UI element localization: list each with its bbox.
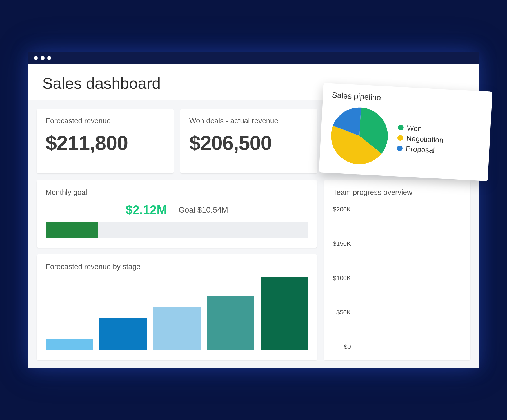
legend-label: Won [407, 124, 422, 133]
window-control-dot[interactable] [47, 56, 51, 60]
chart-y-axis: $200K$150K$100K$50K$0 [333, 206, 351, 352]
app-window: Sales dashboard Forecasted revenue $211,… [28, 52, 479, 368]
y-tick-label: $50K [333, 309, 351, 316]
goal-summary: $2.12M Goal $10.54M [46, 203, 308, 217]
window-control-dot[interactable] [41, 56, 45, 60]
legend-item: Negotiation [397, 133, 444, 145]
card-label: Won deals - actual revenue [189, 117, 308, 125]
divider [173, 204, 173, 216]
legend-color-dot [397, 145, 403, 151]
legend-item: Proposal [397, 144, 443, 155]
pipeline-pie-chart [328, 105, 391, 167]
y-tick-label: $200K [333, 206, 351, 213]
monthly-goal-card[interactable]: Monthly goal $2.12M Goal $10.54M [37, 180, 317, 248]
sales-pipeline-floating-card[interactable]: Sales pipeline WonNegotiationProposal [319, 83, 492, 181]
stage-bars [46, 277, 308, 350]
legend-color-dot [398, 125, 404, 131]
card-label: Forecasted revenue by stage [46, 262, 308, 271]
won-deals-card[interactable]: Won deals - actual revenue $206,500 [180, 109, 317, 173]
won-deals-value: $206,500 [189, 131, 308, 155]
card-label: Forecasted revenue [46, 117, 164, 125]
y-tick-label: $100K [333, 274, 351, 282]
card-label: Team progress overview [333, 188, 461, 197]
pipeline-legend: WonNegotiationProposal [397, 121, 444, 157]
window-titlebar [28, 52, 479, 64]
y-tick-label: $150K [333, 240, 351, 247]
goal-current-value: $2.12M [126, 203, 167, 217]
forecasted-revenue-card[interactable]: Forecasted revenue $211,800 [37, 109, 174, 173]
stage-bar [99, 318, 147, 350]
legend-color-dot [397, 135, 403, 141]
forecast-by-stage-card[interactable]: Forecasted revenue by stage [37, 254, 317, 360]
team-progress-card[interactable]: Team progress overview $200K$150K$100K$5… [324, 180, 470, 360]
card-label: Monthly goal [46, 188, 308, 197]
legend-label: Proposal [406, 144, 435, 155]
stage-bar [261, 277, 308, 350]
team-progress-chart: $200K$150K$100K$50K$0 [333, 206, 461, 352]
goal-progress-track [46, 222, 308, 238]
stage-bar [153, 307, 201, 350]
goal-progress-fill [46, 222, 98, 238]
stage-bar [207, 296, 254, 350]
goal-target-label: Goal $10.54M [179, 205, 228, 215]
forecasted-revenue-value: $211,800 [46, 131, 164, 155]
stage-bar [46, 339, 93, 350]
legend-item: Won [398, 123, 444, 134]
card-label: Sales pipeline [332, 91, 483, 108]
window-control-dot[interactable] [34, 56, 38, 60]
y-tick-label: $0 [333, 343, 351, 350]
stacked-bars [354, 206, 461, 352]
dashboard-body: Forecasted revenue $211,800 Won deals - … [28, 100, 479, 368]
legend-label: Negotiation [406, 134, 444, 145]
